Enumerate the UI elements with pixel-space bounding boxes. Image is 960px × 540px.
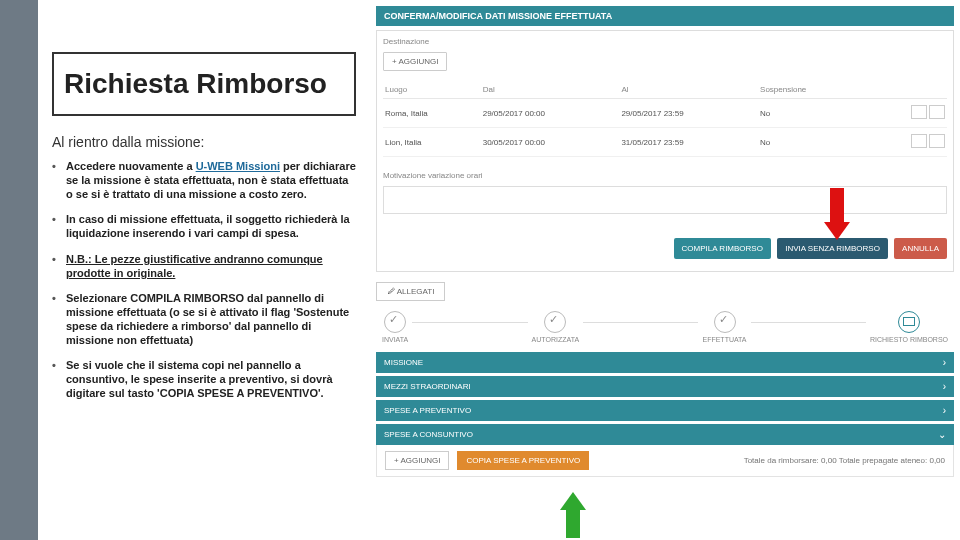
allegati-button[interactable]: 🖉 ALLEGATI (376, 282, 445, 301)
edit-icon[interactable] (911, 105, 927, 119)
motivation-label: Motivazione variazione orari (383, 171, 947, 180)
bullet-1: Accedere nuovamente a U-WEB Missioni per… (52, 160, 356, 201)
chevron-right-icon: › (943, 357, 946, 368)
accordion-consuntivo[interactable]: SPESE A CONSUNTIVO⌄ (376, 424, 954, 445)
destination-frame: Destinazione + AGGIUNGI Luogo Dal Al Sos… (376, 30, 954, 272)
accordion-preventivo[interactable]: SPESE A PREVENTIVO› (376, 400, 954, 421)
col-al: Al (619, 81, 758, 99)
invia-senza-rimborso-button[interactable]: INVIA SENZA RIMBORSO (777, 238, 888, 259)
check-icon (544, 311, 566, 333)
left-accent-bar (0, 0, 38, 540)
bullet-3: N.B.: Le pezze giustificative andranno c… (52, 253, 356, 281)
subtitle: Al rientro dalla missione: (52, 134, 356, 150)
step-inviata: INVIATA (378, 311, 412, 344)
annulla-button[interactable]: ANNULLA (894, 238, 947, 259)
table-row: Lion, Italia 30/05/2017 00:00 31/05/2017… (383, 128, 947, 157)
motivation-input[interactable] (383, 186, 947, 214)
folder-icon (898, 311, 920, 333)
page-title: Richiesta Rimborso (64, 68, 344, 100)
col-luogo: Luogo (383, 81, 481, 99)
add-destination-button[interactable]: + AGGIUNGI (383, 52, 447, 71)
accordion-mezzi[interactable]: MEZZI STRAORDINARI› (376, 376, 954, 397)
action-bar: COMPILA RIMBORSO INVIA SENZA RIMBORSO AN… (383, 238, 947, 259)
consuntivo-panel: + AGGIUNGI COPIA SPESE A PREVENTIVO Tota… (376, 445, 954, 477)
text-column: Richiesta Rimborso Al rientro dalla miss… (38, 0, 370, 540)
bullet-5: Se si vuole che il sistema copi nel pann… (52, 359, 356, 400)
add-spesa-button[interactable]: + AGGIUNGI (385, 451, 449, 470)
table-row: Roma, Italia 29/05/2017 00:00 29/05/2017… (383, 99, 947, 128)
copia-spese-button[interactable]: COPIA SPESE A PREVENTIVO (457, 451, 589, 470)
workflow-steps: INVIATA AUTORIZZATA EFFETTUATA RICHIESTO… (378, 311, 952, 344)
red-arrow-icon (824, 188, 850, 240)
bullet-2: In caso di missione effettuata, il sogge… (52, 213, 356, 241)
bullet-4: Selezionare COMPILA RIMBORSO dal pannell… (52, 292, 356, 347)
chevron-down-icon: ⌄ (938, 429, 946, 440)
accordion-missione[interactable]: MISSIONE› (376, 352, 954, 373)
chevron-right-icon: › (943, 405, 946, 416)
edit-icon[interactable] (911, 134, 927, 148)
step-effettuata: EFFETTUATA (698, 311, 750, 344)
delete-icon[interactable] (929, 105, 945, 119)
section-label: Destinazione (383, 37, 947, 46)
totals-label: Totale da rimborsare: 0,00 Totale prepag… (744, 456, 945, 465)
green-arrow-icon (560, 492, 586, 538)
title-box: Richiesta Rimborso (52, 52, 356, 116)
check-icon (384, 311, 406, 333)
uweb-link[interactable]: U-WEB Missioni (196, 160, 280, 172)
delete-icon[interactable] (929, 134, 945, 148)
check-icon (714, 311, 736, 333)
bullet-list: Accedere nuovamente a U-WEB Missioni per… (52, 160, 356, 401)
panel-header: CONFERMA/MODIFICA DATI MISSIONE EFFETTUA… (376, 6, 954, 26)
screenshot-panel: CONFERMA/MODIFICA DATI MISSIONE EFFETTUA… (370, 0, 960, 540)
col-dal: Dal (481, 81, 620, 99)
col-sosp: Sospensione (758, 81, 863, 99)
step-richiesto-rimborso: RICHIESTO RIMBORSO (866, 311, 952, 344)
destinations-table: Luogo Dal Al Sospensione Roma, Italia 29… (383, 81, 947, 157)
chevron-right-icon: › (943, 381, 946, 392)
step-autorizzata: AUTORIZZATA (528, 311, 583, 344)
compila-rimborso-button[interactable]: COMPILA RIMBORSO (674, 238, 771, 259)
